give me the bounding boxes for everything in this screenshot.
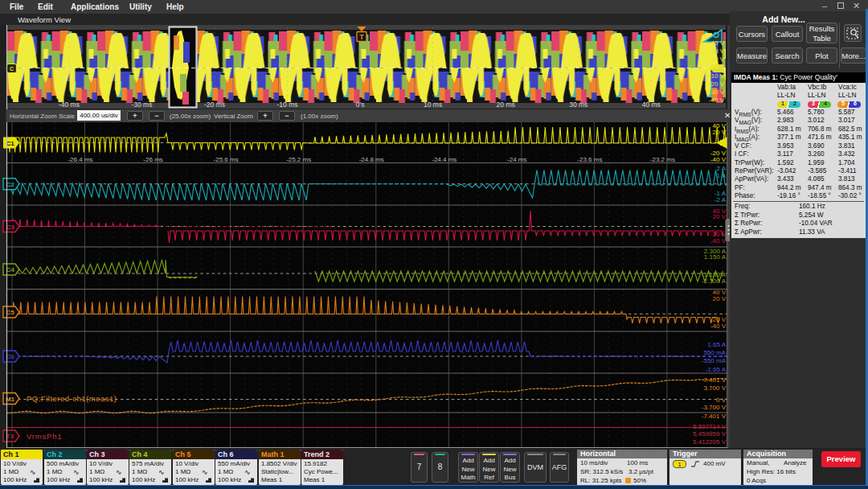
svg-text:-23.6 ms: -23.6 ms — [577, 156, 602, 163]
svg-text:5.507714 V: 5.507714 V — [693, 423, 727, 430]
svg-text:20 V: 20 V — [713, 213, 727, 220]
svg-text:-40 V: -40 V — [710, 323, 727, 330]
svg-text:5.412205 V: 5.412205 V — [693, 438, 727, 446]
svg-text:-20 V: -20 V — [709, 80, 725, 88]
svg-text:30 ms: 30 ms — [569, 101, 588, 109]
svg-text:20 V: 20 V — [711, 55, 725, 63]
svg-text:10 ms: 10 ms — [424, 101, 442, 109]
svg-text:-25.6 ms: -25.6 ms — [214, 156, 239, 163]
svg-text:-2 A: -2 A — [714, 196, 727, 203]
svg-text:0's: 0's — [356, 101, 365, 109]
svg-text:-25.2 ms: -25.2 ms — [286, 156, 311, 163]
svg-text:40 ms: 40 ms — [642, 101, 661, 109]
svg-text:-26.4 ms: -26.4 ms — [68, 156, 92, 163]
svg-text:-24 ms: -24 ms — [507, 156, 526, 163]
svg-text:PQ:Filtered-ch1(meas1): PQ:Filtered-ch1(meas1) — [27, 394, 117, 403]
svg-text:0 V: 0 V — [716, 397, 727, 404]
svg-text:-550 mA: -550 mA — [702, 357, 727, 364]
svg-text:-10 V: -10 V — [709, 72, 725, 80]
svg-text:-26 ms: -26 ms — [143, 156, 162, 163]
svg-text:1.150 A: 1.150 A — [704, 253, 727, 261]
svg-text:1 A: 1 A — [716, 172, 726, 179]
svg-text:30 V: 30 V — [711, 47, 725, 55]
svg-text:-30 V: -30 V — [709, 88, 725, 96]
svg-text:-23.2 ms: -23.2 ms — [650, 156, 675, 163]
svg-text:3.700 V: 3.700 V — [703, 384, 726, 392]
svg-text:VrmsPh1: VrmsPh1 — [27, 432, 62, 441]
svg-text:-24.8 ms: -24.8 ms — [359, 156, 384, 163]
svg-text:20 V: 20 V — [713, 295, 727, 302]
svg-text:40 V: 40 V — [711, 39, 725, 47]
svg-text:5.459959 V: 5.459959 V — [693, 430, 727, 438]
svg-text:-30 ms: -30 ms — [131, 101, 152, 109]
svg-text:-1.65 A: -1.65 A — [706, 366, 727, 373]
svg-text:-40 V: -40 V — [709, 97, 725, 104]
svg-text:C: C — [10, 66, 14, 72]
svg-text:-2.300 A: -2.300 A — [702, 277, 726, 285]
svg-text:-40 V: -40 V — [710, 156, 727, 163]
svg-text:-3.700 V: -3.700 V — [702, 404, 727, 411]
svg-text:-40 ms: -40 ms — [59, 101, 80, 109]
svg-text:-7.401 V: -7.401 V — [702, 413, 727, 420]
svg-text:20 V: 20 V — [713, 129, 727, 136]
svg-text:7.401 V: 7.401 V — [703, 376, 726, 384]
svg-text:-10 ms: -10 ms — [277, 101, 298, 109]
svg-text:-24.4 ms: -24.4 ms — [432, 156, 457, 163]
svg-text:T3: T3 — [6, 433, 14, 440]
svg-text:-20 ms: -20 ms — [204, 101, 225, 109]
svg-text:550 mA: 550 mA — [703, 349, 726, 356]
svg-text:20 ms: 20 ms — [497, 101, 515, 109]
svg-text:T: T — [359, 33, 364, 41]
svg-text:-40 V: -40 V — [710, 237, 727, 244]
svg-text:1.65 A: 1.65 A — [707, 341, 726, 348]
